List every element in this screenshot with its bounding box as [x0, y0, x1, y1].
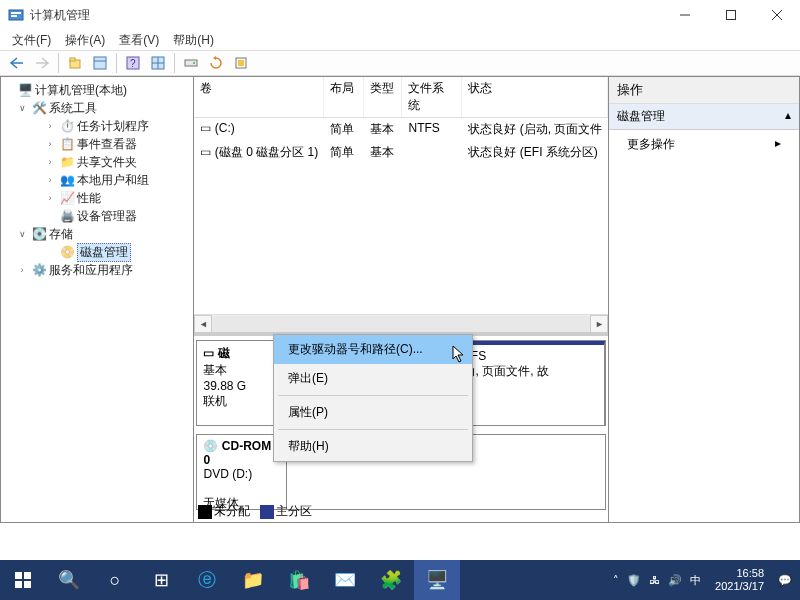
svg-rect-20: [15, 572, 22, 579]
ctx-eject[interactable]: 弹出(E): [274, 364, 472, 393]
menu-action[interactable]: 操作(A): [65, 32, 105, 49]
refresh-icon[interactable]: [205, 52, 227, 74]
app-icon: [8, 7, 24, 23]
back-icon[interactable]: [6, 52, 28, 74]
drive-icon: ▭: [200, 121, 211, 135]
taskbar[interactable]: 🔍 ○ ⊞ ⓔ 📁 🛍️ ✉️ 🧩 🖥️ ˄ 🛡️ 🖧 🔊 中 16:58 20…: [0, 560, 800, 600]
scrollbar-horizontal[interactable]: ◄ ►: [194, 314, 608, 332]
svg-rect-22: [15, 581, 22, 588]
svg-rect-1: [11, 12, 21, 14]
context-menu: 更改驱动器号和路径(C)... 弹出(E) 属性(P) 帮助(H): [273, 334, 473, 462]
tree-shared[interactable]: ›📁共享文件夹: [1, 153, 193, 171]
menu-view[interactable]: 查看(V): [119, 32, 159, 49]
tree-systools[interactable]: ∨🛠️系统工具: [1, 99, 193, 117]
menu-file[interactable]: 文件(F): [12, 32, 51, 49]
svg-rect-8: [70, 58, 75, 61]
tray-security-icon[interactable]: 🛡️: [627, 574, 641, 587]
legend: 未分配 主分区: [198, 503, 312, 520]
view-list-icon[interactable]: [147, 52, 169, 74]
tree-devmgr[interactable]: 🖨️设备管理器: [1, 207, 193, 225]
actions-header: 操作: [609, 77, 799, 104]
minimize-button[interactable]: [662, 0, 708, 30]
tree-users[interactable]: ›👥本地用户和组: [1, 171, 193, 189]
scroll-right-icon[interactable]: ►: [590, 315, 608, 333]
chevron-right-icon: ▸: [775, 136, 781, 153]
svg-rect-4: [727, 11, 736, 20]
tray-volume-icon[interactable]: 🔊: [668, 574, 682, 587]
tray-clock[interactable]: 16:58 2021/3/17: [709, 567, 770, 593]
help-icon[interactable]: ?: [122, 52, 144, 74]
svg-point-17: [193, 62, 195, 64]
forward-icon[interactable]: [31, 52, 53, 74]
start-button[interactable]: [0, 560, 46, 600]
search-icon[interactable]: 🔍: [46, 560, 92, 600]
tray-chevron-icon[interactable]: ˄: [613, 574, 619, 587]
svg-rect-21: [24, 572, 31, 579]
volume-header[interactable]: 卷 布局 类型 文件系统 状态: [194, 77, 608, 118]
svg-rect-16: [185, 60, 197, 66]
close-button[interactable]: [754, 0, 800, 30]
tree-perf[interactable]: ›📈性能: [1, 189, 193, 207]
actions-section[interactable]: 磁盘管理▴: [609, 104, 799, 130]
volume-row[interactable]: ▭ (C:) 简单 基本 NTFS 状态良好 (启动, 页面文件: [194, 118, 608, 141]
menu-help[interactable]: 帮助(H): [173, 32, 214, 49]
tree-scheduler[interactable]: ›⏱️任务计划程序: [1, 117, 193, 135]
properties-icon[interactable]: [89, 52, 111, 74]
explorer-icon[interactable]: 📁: [230, 560, 276, 600]
tray-ime[interactable]: 中: [690, 573, 701, 588]
svg-rect-2: [11, 15, 17, 17]
tree-eventviewer[interactable]: ›📋事件查看器: [1, 135, 193, 153]
tree-root[interactable]: 🖥️计算机管理(本地): [1, 81, 193, 99]
action-more[interactable]: 更多操作▸: [609, 130, 799, 159]
edge-icon[interactable]: ⓔ: [184, 560, 230, 600]
volume-row[interactable]: ▭ (磁盘 0 磁盘分区 1) 简单 基本 状态良好 (EFI 系统分区): [194, 141, 608, 164]
scroll-left-icon[interactable]: ◄: [194, 315, 212, 333]
ctx-help[interactable]: 帮助(H): [274, 432, 472, 461]
settings-icon[interactable]: [230, 52, 252, 74]
nav-tree[interactable]: 🖥️计算机管理(本地) ∨🛠️系统工具 ›⏱️任务计划程序 ›📋事件查看器 ›📁…: [1, 77, 194, 522]
drive-icon: ▭: [200, 145, 211, 159]
maximize-button[interactable]: [708, 0, 754, 30]
mmc-taskbar-icon[interactable]: 🖥️: [414, 560, 460, 600]
svg-rect-23: [24, 581, 31, 588]
tray-network-icon[interactable]: 🖧: [649, 574, 660, 586]
taskview-icon[interactable]: ⊞: [138, 560, 184, 600]
cortana-icon[interactable]: ○: [92, 560, 138, 600]
mail-icon[interactable]: ✉️: [322, 560, 368, 600]
tree-services[interactable]: ›⚙️服务和应用程序: [1, 261, 193, 279]
app-icon-1[interactable]: 🧩: [368, 560, 414, 600]
collapse-icon[interactable]: ▴: [785, 108, 791, 125]
tray-notifications-icon[interactable]: 💬: [778, 574, 792, 587]
store-icon[interactable]: 🛍️: [276, 560, 322, 600]
disk-icon[interactable]: [180, 52, 202, 74]
partition-c[interactable]: TFS 动, 页面文件, 故: [457, 341, 605, 425]
tree-diskmgmt[interactable]: 📀磁盘管理: [1, 243, 193, 261]
window-title: 计算机管理: [30, 7, 90, 24]
tree-storage[interactable]: ∨💽存储: [1, 225, 193, 243]
up-icon[interactable]: [64, 52, 86, 74]
svg-text:?: ?: [130, 58, 136, 69]
svg-rect-9: [94, 57, 106, 69]
ctx-properties[interactable]: 属性(P): [274, 398, 472, 427]
svg-rect-19: [238, 60, 244, 66]
ctx-change-drive-letter[interactable]: 更改驱动器号和路径(C)...: [274, 335, 472, 364]
